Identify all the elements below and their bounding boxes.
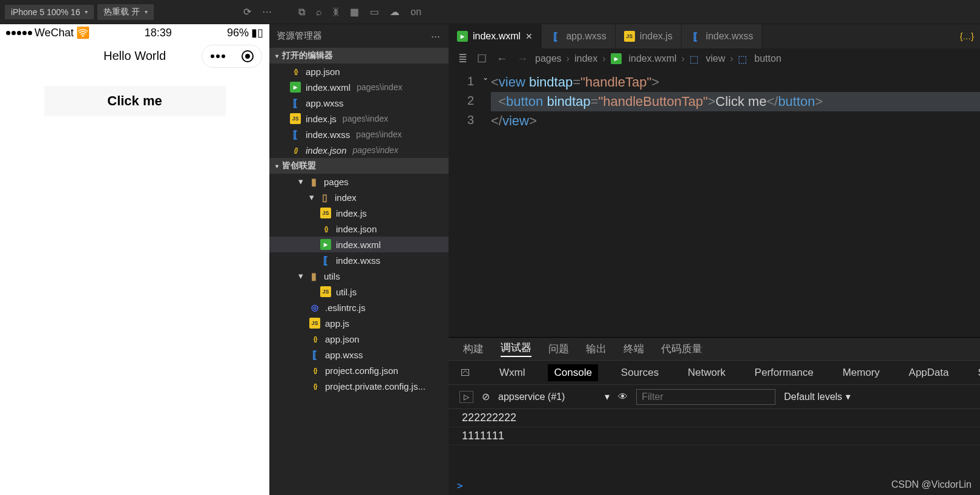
files-icon[interactable]: ⧉ <box>295 4 309 20</box>
editor-tab[interactable]: index.wxss <box>682 24 762 48</box>
hot-reload-toggle[interactable]: 热重载 开 <box>97 4 154 20</box>
file-item[interactable]: app.wxss <box>269 347 449 362</box>
wxml-icon <box>320 239 331 250</box>
more-icon[interactable]: ⋯ <box>258 4 275 20</box>
filter-input[interactable] <box>636 389 775 405</box>
file-item[interactable]: project.private.config.js... <box>269 378 449 394</box>
wxss-icon <box>290 97 301 108</box>
file-item[interactable]: index.json <box>269 221 449 237</box>
search-icon[interactable]: ⌕ <box>312 4 326 20</box>
toolbar: iPhone 5 100% 16 热重载 开 ⟳ ⋯ ⧉ ⌕ ᛤ ▦ ▭ ☁ o… <box>0 0 980 24</box>
context-select[interactable]: appservice (#1)▾ <box>498 391 610 402</box>
folder-utils[interactable]: ▾utils <box>269 268 449 284</box>
eye-icon[interactable]: 👁 <box>618 392 628 402</box>
capsule[interactable] <box>202 45 262 68</box>
folder-icon <box>319 192 330 203</box>
open-editor-item[interactable]: index.wxmlpages\index <box>269 79 449 95</box>
explorer-panel: 资源管理器 ⋯ 打开的编辑器 app.jsonindex.wxmlpages\i… <box>269 24 449 495</box>
file-item[interactable]: .eslintrc.js <box>269 300 449 315</box>
js-icon <box>624 31 635 42</box>
wxss-icon <box>550 31 561 42</box>
breadcrumb[interactable]: pages›index›index.wxml›⬚view›⬚button <box>535 53 781 65</box>
extensions-icon[interactable]: ▦ <box>346 4 363 20</box>
file-item[interactable]: index.js <box>269 205 449 221</box>
devtools-tab[interactable]: Wxml <box>493 364 531 381</box>
sim-navbar: Hello World <box>0 41 269 70</box>
editor-tabs: index.wxml✕app.wxssindex.jsindex.wxss{…} <box>449 24 980 48</box>
back-icon[interactable]: ← <box>494 53 510 65</box>
file-item[interactable]: app.json <box>269 331 449 347</box>
folder-index[interactable]: ▾index <box>269 189 449 205</box>
breadcrumb-item[interactable]: view <box>706 53 725 64</box>
log-entry[interactable]: 1111111 <box>449 427 980 445</box>
panel-tab[interactable]: 输出 <box>586 342 607 356</box>
devtools-tab[interactable]: Performance <box>749 364 820 381</box>
devtools-tabs: ⮹ WxmlConsoleSourcesNetworkPerformanceMe… <box>449 361 980 385</box>
bookmark-icon[interactable]: ☐ <box>475 52 489 65</box>
levels-select[interactable]: Default levels ▾ <box>784 391 850 402</box>
fold-icon[interactable]: ⌄ <box>482 73 488 83</box>
devtools-tab[interactable]: Sources <box>615 364 665 381</box>
folder-pages[interactable]: ▾pages <box>269 174 449 189</box>
explorer-more-icon[interactable]: ⋯ <box>431 31 441 42</box>
capsule-close-icon[interactable] <box>242 50 254 62</box>
log-entry[interactable]: 222222222 <box>449 409 980 427</box>
element-picker-icon[interactable]: ⮹ <box>461 367 470 378</box>
file-item[interactable]: project.config.json <box>269 362 449 378</box>
click-me-button[interactable]: Click me <box>44 86 226 116</box>
devtools-tab[interactable]: Storag <box>972 364 981 381</box>
wxss-icon <box>309 349 320 360</box>
file-util-js[interactable]: util.js <box>269 284 449 300</box>
git-icon[interactable]: ᛤ <box>329 4 343 20</box>
open-editor-item[interactable]: index.jspages\index <box>269 111 449 126</box>
editor-tab[interactable]: index.js <box>616 24 682 48</box>
breadcrumb-item[interactable]: pages <box>535 53 562 64</box>
panel-tab[interactable]: 调试器 <box>501 341 531 357</box>
js-icon <box>290 113 301 124</box>
code-editor[interactable]: 123 ⌄ <view bindtap="handleTap"> <button… <box>449 69 980 337</box>
battery-icon: ▮▯ <box>251 26 263 39</box>
device-picker[interactable]: iPhone 5 100% 16 <box>5 5 94 19</box>
capsule-menu-icon[interactable] <box>211 54 225 58</box>
devtools-tab[interactable]: AppData <box>903 364 955 381</box>
open-editors-section[interactable]: 打开的编辑器 <box>269 48 449 64</box>
folder-icon <box>308 270 319 281</box>
wxss-icon <box>290 129 301 140</box>
breadcrumb-item[interactable]: button <box>754 53 781 64</box>
devtools-tab[interactable]: Console <box>548 364 597 381</box>
file-item[interactable]: app.js <box>269 315 449 331</box>
close-icon[interactable]: ✕ <box>525 31 533 41</box>
file-item[interactable]: index.wxml <box>269 237 449 252</box>
docker-icon[interactable]: ☁ <box>386 4 403 20</box>
run-icon[interactable]: ▷ <box>459 391 473 403</box>
clear-icon[interactable]: ⊘ <box>482 391 490 402</box>
devtools-tab[interactable]: Network <box>682 364 731 381</box>
editor-tab[interactable]: index.wxml✕ <box>449 24 542 48</box>
editor-tab[interactable]: app.wxss <box>542 24 616 48</box>
open-editor-item[interactable]: app.json <box>269 64 449 79</box>
open-editor-item[interactable]: index.jsonpages\index <box>269 142 449 158</box>
file-item[interactable]: index.wxss <box>269 252 449 268</box>
refresh-icon[interactable]: ⟳ <box>240 4 255 20</box>
wxml-icon <box>457 31 468 42</box>
json-icon <box>320 223 331 234</box>
breadcrumb-item[interactable]: index <box>574 53 597 64</box>
watermark: CSDN @VicdorLin <box>892 479 972 490</box>
run-icon[interactable]: ▭ <box>366 4 383 20</box>
panel-tab[interactable]: 构建 <box>463 342 484 356</box>
project-section[interactable]: 皆创联盟 <box>269 158 449 174</box>
breadcrumb-item[interactable]: index.wxml <box>629 53 677 64</box>
panel-tab[interactable]: 终端 <box>623 342 644 356</box>
forward-icon[interactable]: → <box>515 53 530 65</box>
list-icon[interactable]: ≣ <box>456 52 470 65</box>
devtools-tab[interactable]: Memory <box>837 364 886 381</box>
open-editor-item[interactable]: index.wxsspages\index <box>269 126 449 142</box>
open-editor-item[interactable]: app.wxss <box>269 95 449 111</box>
panel-tab[interactable]: 代码质量 <box>661 342 702 356</box>
tabbar-extras[interactable]: {…} <box>954 24 980 48</box>
battery-pct: 96% <box>227 27 249 39</box>
editor-subbar: ≣ ☐ ← → pages›index›index.wxml›⬚view›⬚bu… <box>449 48 980 69</box>
console-output[interactable]: 2222222221111111 <box>449 409 980 476</box>
panel-tab[interactable]: 问题 <box>548 342 569 356</box>
js-icon <box>320 208 331 218</box>
